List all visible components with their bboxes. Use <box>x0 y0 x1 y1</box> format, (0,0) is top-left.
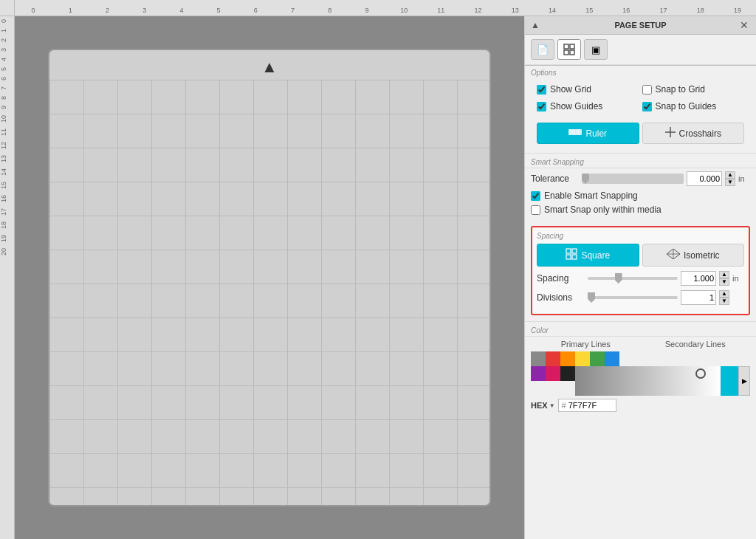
isometric-icon <box>667 249 680 261</box>
primary-swatches <box>531 351 721 396</box>
ruler-number-0: 0 <box>15 7 52 14</box>
gradient-thumb <box>695 368 706 379</box>
swatch-orange[interactable] <box>560 351 575 366</box>
swatch-blue[interactable] <box>605 351 619 366</box>
ruler-v-number-16: 16 <box>0 192 14 205</box>
ruler-number-12: 12 <box>459 7 496 14</box>
enable-smart-snap-row: Enable Smart Snapping <box>531 190 750 201</box>
swatch-pink[interactable] <box>546 366 560 381</box>
snap-to-grid-row: Snap to Grid <box>642 84 745 95</box>
swatch-red[interactable] <box>546 351 560 366</box>
ruler-number-6: 6 <box>237 7 274 14</box>
divisions-spin-down[interactable]: ▼ <box>719 298 729 305</box>
ruler-button[interactable]: Ruler <box>537 123 639 144</box>
ruler-number-5: 5 <box>200 7 237 14</box>
swatch-gray[interactable] <box>531 351 546 366</box>
divisions-input-row: Divisions ▲ ▼ <box>537 290 744 305</box>
ruler-number-2: 2 <box>89 7 126 14</box>
options-section-label: Options <box>525 66 756 78</box>
enable-smart-snap-checkbox[interactable] <box>531 191 540 201</box>
ruler-v-number-15: 15 <box>0 179 14 192</box>
show-guides-row: Show Guides <box>537 101 639 111</box>
tab-page-btn[interactable]: 📄 <box>531 39 554 60</box>
tab-grid-btn[interactable] <box>557 39 581 60</box>
hex-dropdown[interactable]: HEX ▼ <box>531 401 555 410</box>
tolerance-spinner[interactable]: ▲ ▼ <box>725 171 735 186</box>
divisions-spin-up[interactable]: ▲ <box>719 290 729 298</box>
ruler-v-number-17: 17 <box>0 205 14 219</box>
snap-to-guides-row: Snap to Guides <box>642 101 745 111</box>
swatch-green[interactable] <box>590 351 605 366</box>
svg-rect-13 <box>572 249 577 253</box>
ruler-v-number-7: 7 <box>0 83 14 93</box>
crosshairs-label: Crosshairs <box>679 128 721 139</box>
ruler-number-14: 14 <box>534 7 571 14</box>
ruler-number-9: 9 <box>348 7 385 14</box>
canvas-area: ▲ <box>15 16 524 539</box>
tolerance-spin-up[interactable]: ▲ <box>725 171 735 179</box>
grid-overlay <box>49 80 489 505</box>
crosshairs-button[interactable]: Crosshairs <box>642 123 745 144</box>
color-gradient-picker[interactable] <box>575 366 721 396</box>
svg-rect-15 <box>572 255 577 259</box>
divisions-slider[interactable] <box>588 292 678 303</box>
tolerance-spin-down[interactable]: ▼ <box>725 179 735 186</box>
ruler-v-number-12: 12 <box>0 139 14 152</box>
secondary-arrow-btn[interactable]: ▶ <box>738 366 750 396</box>
tolerance-slider[interactable] <box>582 174 684 184</box>
show-grid-checkbox[interactable] <box>537 85 546 95</box>
show-guides-checkbox[interactable] <box>537 102 546 111</box>
spacing-spin-up[interactable]: ▲ <box>719 271 729 278</box>
spacing-unit: in <box>732 274 744 283</box>
svg-rect-3 <box>570 50 574 55</box>
swatch-yellow[interactable] <box>575 351 590 366</box>
square-button[interactable]: Square <box>537 244 639 267</box>
swatch-purple[interactable] <box>531 366 546 381</box>
tolerance-value-input[interactable] <box>687 171 722 186</box>
color-swatches-container: ▶ <box>531 351 750 396</box>
panel-collapse-btn[interactable]: ▲ <box>531 20 540 30</box>
snap-to-guides-label: Snap to Guides <box>656 101 745 111</box>
divisions-value-input[interactable] <box>681 290 716 305</box>
svg-rect-1 <box>570 44 574 49</box>
secondary-color-swatch[interactable] <box>721 366 738 396</box>
snap-to-grid-checkbox[interactable] <box>642 85 652 95</box>
spacing-slider[interactable] <box>588 273 678 284</box>
options-grid: Show Grid Snap to Grid Show Guides Snap … <box>531 81 750 120</box>
primary-swatches-row2 <box>531 366 721 396</box>
panel-title-bar: ▲ PAGE SETUP ✕ <box>525 16 756 35</box>
tolerance-unit: in <box>738 174 750 183</box>
hex-row: HEX ▼ # <box>531 396 750 415</box>
ruler-label: Ruler <box>585 128 607 139</box>
cutting-mat: ▲ <box>48 49 491 507</box>
spacing-value-input[interactable] <box>681 271 716 286</box>
panel-close-btn[interactable]: ✕ <box>738 19 750 31</box>
ruler-number-10: 10 <box>385 7 422 14</box>
divisions-spinner[interactable]: ▲ ▼ <box>719 290 729 305</box>
swatch-black[interactable] <box>560 366 575 381</box>
vertical-ruler: 01234567891011121314151617181920 <box>0 16 15 539</box>
spacing-spin-down[interactable]: ▼ <box>719 278 729 286</box>
color-headers: Primary Lines Secondary Lines <box>531 340 750 349</box>
ruler-v-number-11: 11 <box>0 126 14 139</box>
svg-rect-14 <box>566 255 571 259</box>
hex-value-input[interactable] <box>568 401 613 410</box>
ruler-v-number-10: 10 <box>0 112 14 126</box>
tab-other-btn[interactable]: ▣ <box>584 39 608 60</box>
ruler-v-number-18: 18 <box>0 219 14 232</box>
ruler-v-number-3: 3 <box>0 45 14 55</box>
snap-within-media-checkbox[interactable] <box>531 205 540 215</box>
snap-within-media-row: Smart Snap only within media <box>531 205 750 215</box>
divisions-label: Divisions <box>537 292 585 303</box>
spacing-title: Spacing <box>537 232 744 240</box>
snap-to-guides-checkbox[interactable] <box>642 102 652 111</box>
options-section: Show Grid Snap to Grid Show Guides Snap … <box>525 78 756 151</box>
spacing-spinner[interactable]: ▲ ▼ <box>719 271 729 286</box>
ruler-v-number-9: 9 <box>0 103 14 112</box>
ruler-h-numbers: 012345678910111213141516171819 <box>15 7 756 14</box>
hex-input-container: # <box>558 399 616 412</box>
mat-arrow-icon: ▲ <box>261 58 278 77</box>
show-guides-label: Show Guides <box>550 101 639 111</box>
ruler-number-1: 1 <box>52 7 89 14</box>
isometric-button[interactable]: Isometric <box>642 244 745 267</box>
